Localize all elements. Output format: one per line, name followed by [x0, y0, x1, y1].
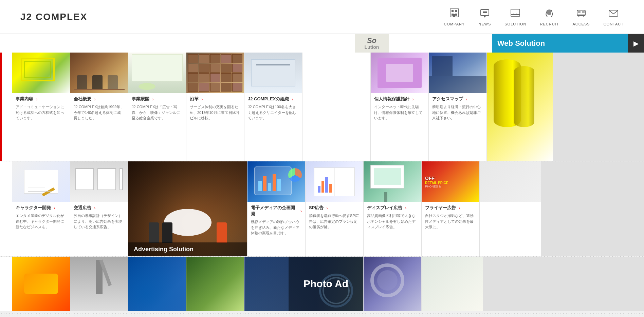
grid-row-2: キャラクター開発 › エンタメ産業のデジタル化が進む中、キャラクター開発に新たな…: [0, 161, 644, 256]
grid-item-photo-ad[interactable]: Photo Ad: [244, 257, 363, 311]
chara-title: キャラクター開発 ›: [16, 205, 67, 211]
grid-item-sp[interactable]: SP広告 › 消費者を購買行動へ促すSP広告は、広告策定のプラン設定の優劣が鍵。: [306, 161, 363, 256]
kaisha-desc: J2 COMPLEXは創業1992年、今年で140名超える体制に成長しました。: [74, 104, 125, 121]
kotsu-title: 交通広告 ›: [74, 205, 125, 211]
accessmap-image: [429, 53, 486, 93]
kotsu-desc: 独自の導線設計（デザイン）により、高い広告効果を実現している交通系広告。: [74, 213, 125, 230]
svg-rect-2: [455, 10, 457, 12]
nav-company-label: COMPANY: [444, 22, 465, 26]
grid-item-kaisha[interactable]: 会社概要 › J2 COMPLEXは創業1992年、今年で140名超える体制に成…: [70, 53, 128, 161]
accessmap-desc: 黎明期より経済・流行の中心地に位置。機会あれば是非ご来社下さい。: [432, 104, 483, 121]
web-solution-banner[interactable]: Web Solution: [492, 34, 628, 53]
grid-item-kojin[interactable]: 個人情報保護指針 › インターネット時代に先駆け、情報保護体制を確立しています。: [371, 53, 428, 161]
nav-access-label: ACCESS: [572, 22, 590, 26]
play-icon: ▶: [633, 39, 639, 47]
left-accent-bar-3: [0, 257, 12, 311]
banner-play-button[interactable]: ▶: [628, 34, 644, 53]
kotsu-image: [70, 161, 128, 202]
grid-item-soshiki[interactable]: J2 COMPLEXの組織 › J2 COMPLEXは100名を大きく超えるクリ…: [244, 53, 302, 161]
enkaku-title: 沿革 ›: [190, 96, 241, 102]
kojin-image: [371, 53, 428, 93]
nav-news-label: NEWS: [478, 22, 491, 26]
nav-news[interactable]: NEWS: [478, 7, 491, 26]
kojin-title: 個人情報保護指針 ›: [374, 96, 425, 102]
kaisha-image: [70, 53, 128, 93]
grid-item-jigyoutenkai[interactable]: 事業展開 › J2 COMPLEXは「広告・写真」から「映像」ジャンルに至る総合…: [128, 53, 186, 161]
ad-solution-label: Advertising Solution: [128, 242, 247, 256]
svg-point-18: [578, 15, 579, 17]
display-image: [364, 161, 421, 202]
grid-item-accessmap[interactable]: アクセスマップ › 黎明期より経済・流行の中心地に位置。機会あれば是非ご来社下さ…: [429, 53, 486, 161]
b3-image: [128, 257, 186, 311]
kaisha-arrow: ›: [94, 97, 95, 102]
photo-ad-title: Photo Ad: [303, 278, 348, 290]
photo-ad-overlay: Photo Ad: [289, 257, 363, 311]
jigyou-content: 事業内容 › アド・コミュニケーションに於ける成功への方程式を知っています。: [12, 93, 70, 124]
solution-icon: [510, 7, 521, 21]
svg-point-19: [583, 15, 584, 17]
jigyou-title: 事業内容 ›: [16, 96, 67, 102]
flyer-arrow: ›: [459, 205, 460, 211]
enkaku-image: [186, 53, 244, 93]
denshi-content: 電子メディアの企画開発 › 既存メディアの制作ノウハウを注ぎ込み、新たなメディア…: [247, 202, 305, 239]
left-accent-bar-2: [0, 161, 12, 256]
svg-rect-16: [582, 11, 585, 13]
kojin-content: 個人情報保護指針 › インターネット時代に先駆け、情報保護体制を確立しています。: [371, 93, 428, 124]
kotsu-content: 交通広告 › 独自の導線設計（デザイン）により、高い広告効果を実現している交通系…: [70, 202, 128, 233]
grid-item-right-partial: [487, 53, 553, 161]
grid-item-chara[interactable]: キャラクター開発 › エンタメ産業のデジタル化が進む中、キャラクター開発に新たな…: [12, 161, 70, 256]
sp-title: SP広告 ›: [309, 205, 360, 211]
jigyoutenkai-desc: J2 COMPLEXは「広告・写真」から「映像」ジャンルに至る総合企業です。: [132, 104, 183, 121]
soshiki-image: [244, 53, 302, 93]
nav-solution-label: SOLUTION: [504, 22, 526, 26]
nav-solution[interactable]: SOLUTION: [504, 7, 526, 26]
grid-item-enkaku[interactable]: 沿革 › サービス体制の充実を図るため、2013年10月に東宝日比谷ビルに移転。: [186, 53, 244, 161]
grid-item-ad-solution[interactable]: Advertising Solution: [128, 161, 247, 256]
flyer-title: フライヤー広告 ›: [425, 205, 476, 211]
grid-item-b2[interactable]: [70, 257, 128, 311]
grid-item-b1[interactable]: [12, 257, 70, 311]
nav-access[interactable]: ACCESS: [572, 7, 590, 26]
grid-item-denshi[interactable]: 電子メディアの企画開発 › 既存メディアの制作ノウハウを注ぎ込み、新たなメディア…: [247, 161, 305, 256]
b4-image: [186, 257, 244, 311]
company-icon: [449, 7, 460, 21]
jigyoutenkai-title: 事業展開 ›: [132, 96, 183, 102]
svg-rect-1: [452, 10, 454, 12]
display-desc: 高品質画像の利用等で大きなポテンシャルを有し始めたディスプレイ広告。: [367, 213, 418, 230]
grid-right-cutoff-3: [422, 257, 483, 311]
nav-company[interactable]: COMPANY: [444, 7, 465, 26]
denshi-arrow: ›: [300, 209, 302, 214]
grid-item-b3[interactable]: [128, 257, 186, 311]
grid-item-b4[interactable]: [186, 257, 244, 311]
contact-icon: [608, 7, 619, 21]
denshi-image: [247, 161, 305, 202]
soshiki-content: J2 COMPLEXの組織 › J2 COMPLEXは100名を大きく超えるクリ…: [244, 93, 302, 124]
grid-right-cutoff-2: [480, 161, 541, 256]
chara-content: キャラクター開発 › エンタメ産業のデジタル化が進む中、キャラクター開発に新たな…: [12, 202, 70, 233]
solution-icon-spacer: [302, 53, 370, 161]
grid-item-kotsu[interactable]: 交通広告 › 独自の導線設計（デザイン）により、高い広告効果を実現している交通系…: [70, 161, 128, 256]
svg-rect-10: [511, 9, 520, 15]
grid-item-b5[interactable]: [364, 257, 421, 311]
nav-contact[interactable]: CONTACT: [604, 7, 624, 26]
web-solution-text: Web Solution: [497, 39, 545, 48]
grid-item-flyer[interactable]: OFF RETAIL PRICE PHONES & フライヤー広告 › 自社スタ…: [422, 161, 479, 256]
svg-rect-5: [453, 14, 455, 17]
flyer-image: OFF RETAIL PRICE PHONES &: [422, 161, 479, 202]
svg-rect-11: [511, 15, 520, 16]
svg-rect-15: [578, 11, 581, 13]
grid-item-jigyou[interactable]: 事業内容 › アド・コミュニケーションに於ける成功への方程式を知っています。: [12, 53, 70, 161]
logo: J2 COMPLEX: [20, 12, 87, 22]
news-icon: [479, 7, 490, 21]
nav-contact-label: CONTACT: [604, 22, 624, 26]
grid-row-1: 事業内容 › アド・コミュニケーションに於ける成功への方程式を知っています。 会…: [0, 53, 644, 161]
grid-item-display[interactable]: ディスプレイ広告 › 高品質画像の利用等で大きなポテンシャルを有し始めたディスプ…: [364, 161, 421, 256]
sp-arrow: ›: [326, 205, 328, 211]
chara-arrow: ›: [54, 205, 55, 211]
kojin-desc: インターネット時代に先駆け、情報保護体制を確立しています。: [374, 104, 425, 121]
recruit-icon: [544, 7, 555, 21]
jigyoutenkai-content: 事業展開 › J2 COMPLEXは「広告・写真」から「映像」ジャンルに至る総合…: [128, 93, 186, 124]
nav-recruit[interactable]: RECRUIT: [540, 7, 559, 26]
kaisha-content: 会社概要 › J2 COMPLEXは創業1992年、今年で140名超える体制に成…: [70, 93, 128, 124]
chara-desc: エンタメ産業のデジタル化が進む中、キャラクター開発に新たなビジネスを。: [16, 213, 67, 230]
